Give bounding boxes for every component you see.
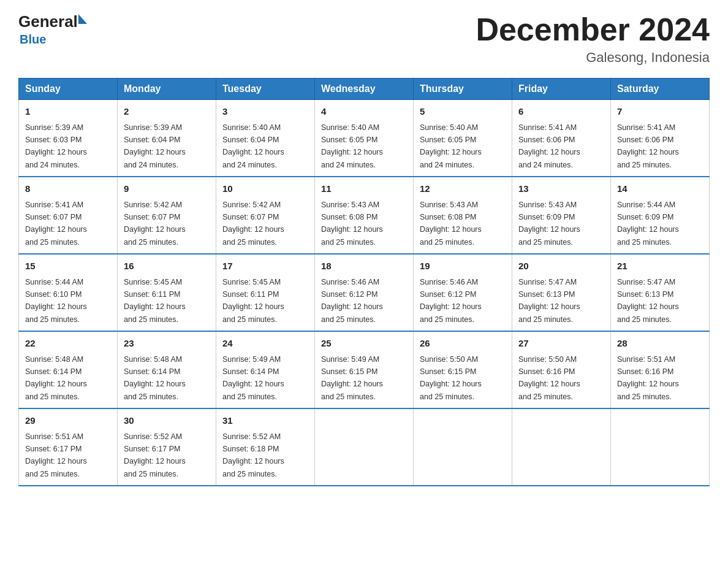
calendar-week-2: 8 Sunrise: 5:41 AMSunset: 6:07 PMDayligh…	[19, 177, 710, 254]
calendar-cell: 14 Sunrise: 5:44 AMSunset: 6:09 PMDaylig…	[611, 177, 710, 254]
location-title: Galesong, Indonesia	[476, 50, 710, 66]
logo-general-text: General	[18, 12, 78, 31]
calendar-cell: 4 Sunrise: 5:40 AMSunset: 6:05 PMDayligh…	[315, 100, 414, 177]
calendar-week-5: 29 Sunrise: 5:51 AMSunset: 6:17 PMDaylig…	[19, 408, 710, 486]
day-info: Sunrise: 5:50 AMSunset: 6:16 PMDaylight:…	[518, 355, 580, 401]
calendar-week-4: 22 Sunrise: 5:48 AMSunset: 6:14 PMDaylig…	[19, 331, 710, 408]
calendar-cell: 19 Sunrise: 5:46 AMSunset: 6:12 PMDaylig…	[414, 254, 512, 331]
calendar-cell: 15 Sunrise: 5:44 AMSunset: 6:10 PMDaylig…	[19, 254, 118, 331]
logo-arrow-icon	[78, 14, 87, 24]
day-number: 16	[124, 259, 210, 274]
calendar-cell: 30 Sunrise: 5:52 AMSunset: 6:17 PMDaylig…	[118, 408, 216, 486]
calendar-cell: 18 Sunrise: 5:46 AMSunset: 6:12 PMDaylig…	[315, 254, 414, 331]
day-info: Sunrise: 5:39 AMSunset: 6:03 PMDaylight:…	[25, 123, 87, 169]
day-number: 7	[617, 105, 703, 119]
day-info: Sunrise: 5:40 AMSunset: 6:05 PMDaylight:…	[321, 123, 383, 169]
day-info: Sunrise: 5:51 AMSunset: 6:16 PMDaylight:…	[617, 355, 679, 401]
day-info: Sunrise: 5:43 AMSunset: 6:08 PMDaylight:…	[420, 201, 482, 247]
day-number: 30	[124, 414, 210, 428]
day-number: 2	[124, 105, 210, 119]
day-number: 4	[321, 105, 407, 119]
calendar-week-3: 15 Sunrise: 5:44 AMSunset: 6:10 PMDaylig…	[19, 254, 710, 331]
day-number: 18	[321, 259, 407, 274]
day-info: Sunrise: 5:42 AMSunset: 6:07 PMDaylight:…	[222, 201, 284, 247]
day-number: 29	[25, 414, 111, 428]
title-section: December 2024 Galesong, Indonesia	[476, 12, 710, 66]
calendar-cell	[512, 408, 611, 486]
day-info: Sunrise: 5:40 AMSunset: 6:04 PMDaylight:…	[222, 123, 284, 169]
day-info: Sunrise: 5:48 AMSunset: 6:14 PMDaylight:…	[124, 355, 186, 401]
day-number: 10	[222, 182, 308, 196]
day-number: 12	[420, 182, 506, 196]
calendar-cell: 20 Sunrise: 5:47 AMSunset: 6:13 PMDaylig…	[512, 254, 611, 331]
page-header: General Blue December 2024 Galesong, Ind…	[18, 12, 710, 66]
day-number: 15	[25, 259, 111, 274]
day-info: Sunrise: 5:40 AMSunset: 6:05 PMDaylight:…	[420, 123, 482, 169]
calendar-cell: 9 Sunrise: 5:42 AMSunset: 6:07 PMDayligh…	[118, 177, 216, 254]
day-info: Sunrise: 5:50 AMSunset: 6:15 PMDaylight:…	[420, 355, 482, 401]
day-number: 24	[222, 337, 308, 351]
day-number: 28	[617, 337, 703, 351]
col-sunday: Sunday	[19, 79, 118, 100]
calendar-header: Sunday Monday Tuesday Wednesday Thursday…	[19, 79, 710, 100]
col-wednesday: Wednesday	[315, 79, 414, 100]
day-info: Sunrise: 5:43 AMSunset: 6:08 PMDaylight:…	[321, 201, 383, 247]
day-info: Sunrise: 5:47 AMSunset: 6:13 PMDaylight:…	[518, 278, 580, 324]
calendar-cell: 23 Sunrise: 5:48 AMSunset: 6:14 PMDaylig…	[118, 331, 216, 408]
day-number: 25	[321, 337, 407, 351]
calendar-cell	[611, 408, 710, 486]
day-info: Sunrise: 5:49 AMSunset: 6:14 PMDaylight:…	[222, 355, 284, 401]
calendar-cell: 27 Sunrise: 5:50 AMSunset: 6:16 PMDaylig…	[512, 331, 611, 408]
logo: General Blue	[18, 12, 87, 47]
day-number: 22	[25, 337, 111, 351]
calendar-cell: 25 Sunrise: 5:49 AMSunset: 6:15 PMDaylig…	[315, 331, 414, 408]
day-number: 27	[518, 337, 604, 351]
day-number: 31	[222, 414, 308, 428]
day-number: 23	[124, 337, 210, 351]
logo-blue-text: Blue	[18, 33, 46, 47]
calendar-cell: 7 Sunrise: 5:41 AMSunset: 6:06 PMDayligh…	[611, 100, 710, 177]
calendar-cell: 8 Sunrise: 5:41 AMSunset: 6:07 PMDayligh…	[19, 177, 118, 254]
day-number: 26	[420, 337, 506, 351]
day-info: Sunrise: 5:48 AMSunset: 6:14 PMDaylight:…	[25, 355, 87, 401]
day-info: Sunrise: 5:46 AMSunset: 6:12 PMDaylight:…	[420, 278, 482, 324]
day-info: Sunrise: 5:46 AMSunset: 6:12 PMDaylight:…	[321, 278, 383, 324]
calendar-cell: 6 Sunrise: 5:41 AMSunset: 6:06 PMDayligh…	[512, 100, 611, 177]
col-tuesday: Tuesday	[216, 79, 315, 100]
day-info: Sunrise: 5:47 AMSunset: 6:13 PMDaylight:…	[617, 278, 679, 324]
day-info: Sunrise: 5:45 AMSunset: 6:11 PMDaylight:…	[124, 278, 186, 324]
calendar-cell	[414, 408, 512, 486]
logo-general: General	[18, 12, 87, 31]
col-monday: Monday	[118, 79, 216, 100]
day-number: 21	[617, 259, 703, 274]
calendar-cell: 10 Sunrise: 5:42 AMSunset: 6:07 PMDaylig…	[216, 177, 315, 254]
day-number: 1	[25, 105, 111, 119]
calendar-cell: 13 Sunrise: 5:43 AMSunset: 6:09 PMDaylig…	[512, 177, 611, 254]
calendar-cell: 5 Sunrise: 5:40 AMSunset: 6:05 PMDayligh…	[414, 100, 512, 177]
calendar-cell: 28 Sunrise: 5:51 AMSunset: 6:16 PMDaylig…	[611, 331, 710, 408]
day-number: 14	[617, 182, 703, 196]
calendar-body: 1 Sunrise: 5:39 AMSunset: 6:03 PMDayligh…	[19, 100, 710, 486]
day-info: Sunrise: 5:44 AMSunset: 6:10 PMDaylight:…	[25, 278, 87, 324]
day-number: 20	[518, 259, 604, 274]
day-number: 19	[420, 259, 506, 274]
calendar-cell: 22 Sunrise: 5:48 AMSunset: 6:14 PMDaylig…	[19, 331, 118, 408]
logo-row: General	[18, 12, 87, 31]
month-title: December 2024	[476, 12, 710, 47]
calendar-table: Sunday Monday Tuesday Wednesday Thursday…	[18, 78, 710, 486]
day-number: 6	[518, 105, 604, 119]
calendar-cell: 31 Sunrise: 5:52 AMSunset: 6:18 PMDaylig…	[216, 408, 315, 486]
day-info: Sunrise: 5:45 AMSunset: 6:11 PMDaylight:…	[222, 278, 284, 324]
day-info: Sunrise: 5:39 AMSunset: 6:04 PMDaylight:…	[124, 123, 186, 169]
day-number: 13	[518, 182, 604, 196]
calendar-cell: 24 Sunrise: 5:49 AMSunset: 6:14 PMDaylig…	[216, 331, 315, 408]
calendar-cell: 26 Sunrise: 5:50 AMSunset: 6:15 PMDaylig…	[414, 331, 512, 408]
day-info: Sunrise: 5:41 AMSunset: 6:06 PMDaylight:…	[617, 123, 679, 169]
day-number: 17	[222, 259, 308, 274]
day-info: Sunrise: 5:41 AMSunset: 6:07 PMDaylight:…	[25, 201, 87, 247]
calendar-cell: 11 Sunrise: 5:43 AMSunset: 6:08 PMDaylig…	[315, 177, 414, 254]
day-info: Sunrise: 5:52 AMSunset: 6:17 PMDaylight:…	[124, 432, 186, 478]
header-row: Sunday Monday Tuesday Wednesday Thursday…	[19, 79, 710, 100]
calendar-week-1: 1 Sunrise: 5:39 AMSunset: 6:03 PMDayligh…	[19, 100, 710, 177]
day-info: Sunrise: 5:51 AMSunset: 6:17 PMDaylight:…	[25, 432, 87, 478]
